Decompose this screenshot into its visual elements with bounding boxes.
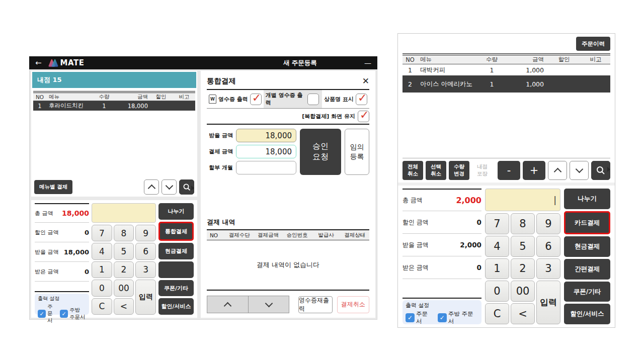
checkbox-checked-icon[interactable]: ✓ [358,111,369,122]
titlebar: ← MATE 새 주문등록 — [29,56,377,69]
scroll-up-button[interactable] [548,161,567,180]
cash-pay-button[interactable]: 현금결제 [158,243,194,259]
numpad-key-2[interactable]: 2 [114,261,134,278]
change-qty-button[interactable]: 수량 변경 [449,161,469,180]
table-row[interactable]: 2 아이스 아메리카노 1 1,000 [403,75,610,93]
payment-fields: 받을 금액 18,000 결제 금액 18,000 할부 개월 승인 요청 임의… [207,125,369,180]
numpad-key-9[interactable]: 9 [135,225,156,241]
scroll-up-button[interactable] [144,179,159,195]
numpad-enter-key[interactable]: 입력 [536,281,560,324]
integrated-pay-button[interactable]: 통합결제 [158,222,194,241]
easy-pay-button[interactable]: 간편결제 [564,259,610,280]
cash-pay-button[interactable]: 현금결제 [564,236,610,257]
numpad-key-2[interactable]: 2 [511,258,535,280]
payment-cancel-button[interactable]: 결제취소 [337,296,369,313]
numpad-key-5[interactable]: 5 [511,236,535,257]
numpad-key-0[interactable]: 0 [485,281,509,302]
individual-receipt-option[interactable]: 개별 영수증 출력 ✓ [264,90,322,108]
numpad-key-5[interactable]: 5 [114,243,134,259]
discount-service-button[interactable]: 할인/서비스 [564,304,610,324]
search-button[interactable] [591,161,610,180]
amount-input[interactable]: | [485,189,560,211]
receipt-print-option[interactable]: W 영수증 출력 ✓ [207,90,264,108]
plus-button[interactable]: + [523,161,545,180]
menu-pay-button[interactable]: 메뉴별 결제 [34,180,72,194]
hist-col-issuer: 발급사 [311,232,340,239]
due-amount-value: 18,000 [64,248,89,256]
numpad-key-3[interactable]: 3 [135,261,156,278]
col-qty: 수량 [478,56,506,63]
split-button[interactable]: 나누기 [158,203,194,220]
history-down-button[interactable] [248,296,289,313]
close-icon[interactable]: ✕ [362,76,369,86]
due-amount-label: 받을 금액 [35,248,59,256]
checkbox-checked-icon[interactable]: ✓ [406,313,415,322]
receive-amount-field[interactable]: 18,000 [236,129,296,142]
checkbox-checked-icon[interactable]: ✓ [356,94,367,105]
approve-request-button[interactable]: 승인 요청 [300,129,341,175]
numpad-key-8[interactable]: 8 [114,225,134,241]
history-up-button[interactable] [207,296,248,313]
installment-months-field[interactable] [236,161,296,174]
numpad-key-6[interactable]: 6 [135,243,156,259]
print-option-kitchen[interactable]: ✓ 주방 주문서 [438,310,478,325]
blank-button[interactable] [158,261,194,278]
received-amount-label: 받은 금액 [403,263,429,272]
cancel-all-button[interactable]: 전체 취소 [403,161,423,180]
checkbox-checked-icon[interactable]: ✓ [250,94,262,105]
order-history-button[interactable]: 주문이력 [576,37,610,51]
scroll-down-button[interactable] [570,161,589,180]
card-pay-button[interactable]: 카드결제 [564,211,610,235]
coupon-etc-button[interactable]: 쿠폰/기타 [158,280,194,297]
numpad-key-4[interactable]: 4 [92,243,112,259]
numpad-backspace-key[interactable]: < [511,303,535,324]
window-body: 내점 15 NO 메뉴 수량 금액 할인 비고 1 후라이드치킨 1 18, [29,69,377,320]
coupon-etc-button[interactable]: 쿠폰/기타 [564,282,610,302]
search-button[interactable] [179,179,194,195]
order-table-header: NO 메뉴 수량 금액 할인 비고 [403,53,610,64]
numpad-key-1[interactable]: 1 [485,258,509,280]
payment-summary: 총 금액 2,000 할인 금액 0 받을 금액 2,000 받은 금액 0 출… [403,186,610,324]
dine-takeout-button: 내점 포장 [472,161,493,180]
numpad-backspace-key[interactable]: < [114,298,134,315]
numpad-key-7[interactable]: 7 [485,213,509,234]
minimize-icon[interactable]: — [364,59,371,66]
amount-input[interactable] [92,203,156,223]
numpad-clear-key[interactable]: C [485,303,509,324]
numpad-enter-key[interactable]: 입력 [135,280,156,315]
print-option-label: 주문서 [47,303,55,324]
discount-service-button[interactable]: 할인/서비스 [158,298,194,315]
numpad-key-9[interactable]: 9 [536,213,560,234]
cancel-selected-button[interactable]: 선택 취소 [426,161,446,180]
checkbox-checked-icon[interactable]: ✓ [38,310,46,318]
numpad-key-3[interactable]: 3 [536,258,560,280]
checkbox-unchecked-icon[interactable]: ✓ [307,94,319,105]
keep-screen-option[interactable]: [복합결제] 화면 유지 ✓ [207,109,369,124]
print-option-order[interactable]: ✓ 주문서 [38,303,55,324]
split-button[interactable]: 나누기 [564,189,610,209]
print-option-kitchen[interactable]: ✓ 주방 주문서 [60,307,86,321]
manual-register-button[interactable]: 임의 등록 [345,129,369,175]
numpad-key-6[interactable]: 6 [536,236,560,257]
numpad-key-8[interactable]: 8 [511,213,535,234]
numpad-key-7[interactable]: 7 [92,225,112,241]
pay-amount-field[interactable]: 18,000 [236,145,296,158]
numpad-clear-key[interactable]: C [92,298,112,315]
integrated-payment-dialog: 통합결제 ✕ W 영수증 출력 ✓ 개별 영수증 출력 ✓ 상품명 표시 ✓ [201,71,375,318]
back-icon[interactable]: ← [35,59,42,67]
receipt-reprint-button[interactable]: 영수증재출력 [298,296,333,313]
checkbox-checked-icon[interactable]: ✓ [438,313,447,322]
table-row[interactable]: 1 후라이드치킨 1 18,000 [33,101,195,111]
numpad-key-0[interactable]: 0 [92,280,112,296]
numpad-key-4[interactable]: 4 [485,236,509,257]
minus-button[interactable]: - [498,161,520,180]
text-cursor: | [553,195,556,205]
table-row[interactable]: 1 대박커피 1 1,000 [403,64,610,75]
numpad-key-1[interactable]: 1 [92,261,112,278]
numpad-key-00[interactable]: 00 [114,280,134,296]
checkbox-checked-icon[interactable]: ✓ [60,310,68,318]
numpad-key-00[interactable]: 00 [511,281,535,302]
scroll-down-button[interactable] [162,179,177,195]
print-option-order[interactable]: ✓ 주문서 [406,310,433,325]
product-name-option[interactable]: 상품명 표시 ✓ [322,90,369,108]
